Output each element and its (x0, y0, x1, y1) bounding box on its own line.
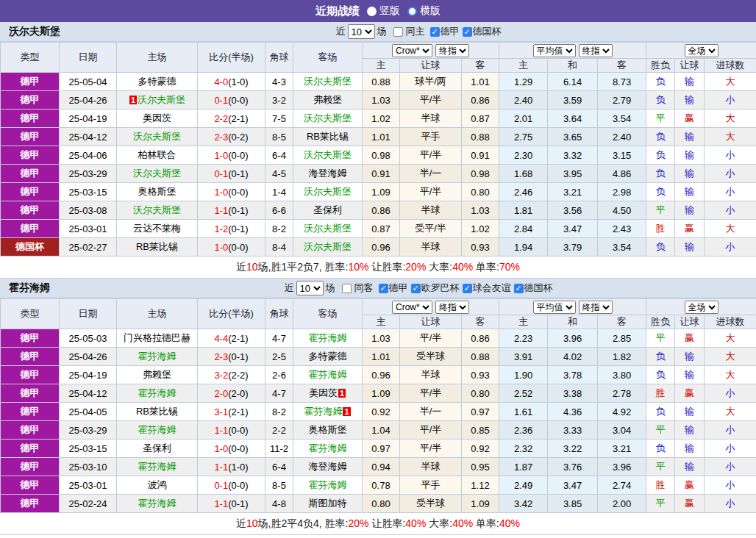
match-row: 德甲25-02-24霍芬海姆1-1(0-1)4-8斯图加特0.80受半球1.09… (1, 495, 756, 513)
same-venue-checkbox[interactable] (393, 27, 403, 37)
avg-draw: 3.95 (548, 165, 598, 183)
col-handicap: 让球 (400, 315, 462, 329)
result-goals: 小 (705, 165, 756, 183)
summary-segment: 近 (236, 517, 246, 529)
result-wdl: 负 (646, 403, 675, 421)
away-team: 霍芬海姆 (293, 476, 363, 495)
result-goals: 小 (705, 201, 756, 220)
match-row: 德甲25-03-01波鸿0-1(0-0)8-5霍芬海姆0.78平手1.122.4… (1, 476, 756, 495)
corner-cell: 2-5 (265, 348, 293, 366)
league-checkbox[interactable]: ✓ (463, 27, 472, 37)
avg-away: 2.43 (598, 220, 646, 238)
summary-segment: 大率: (426, 261, 452, 273)
result-wdl: 平 (646, 201, 675, 220)
col-corner: 角球 (265, 43, 293, 73)
corner-cell: 6-4 (265, 458, 293, 476)
home-team: 沃尔夫斯堡 (117, 165, 198, 183)
corner-cell: 8-5 (265, 476, 293, 495)
same-venue-checkbox[interactable] (342, 284, 352, 293)
games-count-select[interactable]: 10 (296, 281, 324, 295)
col-hcp-result: 让球 (675, 59, 705, 73)
games-count-select[interactable]: 10 (348, 24, 375, 39)
avg-home: 2.36 (499, 421, 548, 440)
away-team: 美因茨1 (293, 384, 363, 403)
home-odds: 0.94 (363, 458, 400, 476)
odds-stage-select[interactable]: 终指 (435, 301, 469, 314)
away-odds: 0.85 (462, 421, 499, 440)
avg-away: 2.78 (598, 384, 646, 403)
result-goals: 大 (705, 366, 756, 384)
away-team: 圣保利 (293, 201, 363, 220)
league-checkbox[interactable]: ✓ (411, 284, 421, 293)
match-date: 25-02-27 (60, 238, 117, 257)
match-date: 25-03-10 (60, 458, 117, 476)
match-date: 25-04-26 (60, 348, 117, 366)
home-team: 霍芬海姆 (117, 495, 198, 513)
score-cell: 1-1(0-1) (198, 495, 265, 513)
avg-draw: 4.02 (548, 348, 598, 366)
result-handicap: 赢 (675, 384, 705, 403)
away-odds: 0.98 (462, 165, 499, 183)
home-team: 霍芬海姆 (117, 384, 198, 403)
avg-home: 1.68 (499, 165, 548, 183)
avg-stage-select[interactable]: 终指 (579, 301, 613, 314)
league-checkbox[interactable]: ✓ (463, 284, 472, 293)
avg-away: 4.92 (598, 403, 646, 421)
match-date: 25-04-12 (60, 128, 117, 146)
col-avg-draw: 和 (548, 315, 598, 329)
summary-segment: 70% (499, 261, 520, 273)
result-handicap: 输 (675, 183, 705, 201)
score-cell: 1-0(0-0) (198, 440, 265, 458)
league-label: 德甲 (389, 281, 408, 295)
home-odds: 0.92 (363, 403, 400, 421)
avg-draw: 6.14 (548, 73, 598, 91)
result-handicap: 输 (675, 366, 705, 384)
match-date: 25-05-03 (60, 329, 117, 348)
odds-company-select[interactable]: Crow* (392, 301, 432, 314)
league-checkbox[interactable]: ✓ (514, 284, 524, 293)
result-goals: 小 (705, 440, 756, 458)
scope-select[interactable]: 全场 (685, 301, 718, 314)
avg-away: 2.98 (598, 183, 646, 201)
radio-vertical[interactable]: 竖版 (367, 4, 400, 18)
away-team: 海登海姆 (293, 165, 363, 183)
scope-select[interactable]: 全场 (685, 44, 718, 57)
handicap: 平/半 (400, 421, 462, 440)
radio-horizontal[interactable]: 横版 (407, 4, 441, 18)
match-date: 25-04-12 (60, 384, 117, 403)
away-team: 沃尔夫斯堡 (293, 146, 363, 165)
near-label: 近 (285, 281, 294, 295)
away-team: 海登海姆 (293, 458, 363, 476)
score-cell: 1-0(0-0) (198, 183, 265, 201)
match-type-badge: 德甲 (1, 201, 60, 220)
league-checkbox[interactable]: ✓ (430, 27, 440, 37)
league-checkbox[interactable]: ✓ (379, 284, 388, 293)
team-name: 沃尔夫斯堡 (9, 25, 60, 38)
avg-home: 1.29 (499, 73, 548, 91)
summary-segment: 让胜率: (369, 261, 406, 273)
corner-cell: 8-2 (265, 403, 293, 421)
league-label: 德国杯 (524, 281, 553, 295)
score-cell: 1-1(1-0) (198, 458, 265, 476)
avg-select[interactable]: 平均值 (533, 44, 576, 57)
handicap: 平/半 (400, 183, 462, 201)
odds-stage-select[interactable]: 终指 (435, 44, 469, 57)
home-odds: 1.09 (363, 183, 400, 201)
result-handicap: 输 (675, 73, 705, 91)
odds-company-select[interactable]: Crow* (392, 44, 432, 57)
away-odds: 0.80 (462, 183, 499, 201)
home-team: 霍芬海姆 (117, 348, 198, 366)
result-handicap: 输 (675, 238, 705, 257)
avg-stage-select[interactable]: 终指 (579, 44, 613, 57)
corner-cell: 11-2 (265, 440, 293, 458)
avg-home: 2.49 (499, 476, 548, 495)
summary-segment: 场,胜1平2负7, 胜率: (258, 261, 349, 273)
result-handicap: 输 (675, 128, 705, 146)
summary-segment: 让胜率: (369, 517, 406, 529)
match-type-badge: 德国杯 (1, 238, 60, 257)
handicap: 平手 (400, 128, 462, 146)
col-wdl: 胜负 (646, 315, 675, 329)
avg-select[interactable]: 平均值 (533, 301, 576, 314)
score-cell: 2-3(0-2) (198, 128, 265, 146)
handicap: 平/半 (400, 384, 462, 403)
